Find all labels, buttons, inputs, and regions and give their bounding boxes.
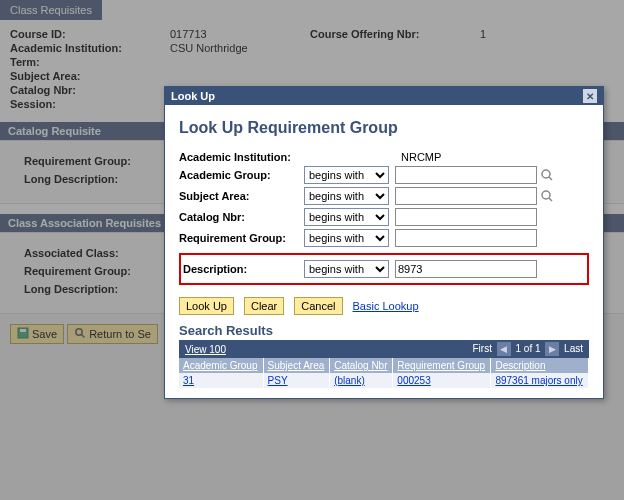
nav-prev-button[interactable]: ◀ [497, 342, 511, 356]
nav-first[interactable]: First [472, 343, 491, 354]
cell-requirement-group[interactable]: 000253 [393, 373, 491, 388]
table-row[interactable]: 31 PSY (blank) 000253 897361 majors only [179, 373, 589, 388]
search-results-heading: Search Results [179, 323, 589, 338]
filter-academic-group-label: Academic Group: [179, 169, 304, 181]
filter-catalog-nbr-operator[interactable]: begins with [304, 208, 389, 226]
cell-catalog-nbr[interactable]: (blank) [330, 373, 393, 388]
filter-academic-institution-value: NRCMP [401, 151, 441, 163]
cell-description[interactable]: 897361 majors only [491, 373, 589, 388]
modal-close-button[interactable]: ✕ [583, 89, 597, 103]
lookup-modal: Look Up ✕ Look Up Requirement Group Acad… [164, 86, 604, 399]
modal-title: Look Up [171, 90, 215, 102]
svg-point-6 [542, 191, 550, 199]
clear-button[interactable]: Clear [244, 297, 284, 315]
filter-academic-group-input[interactable] [395, 166, 537, 184]
col-description[interactable]: Description [491, 358, 589, 373]
filter-subject-area-label: Subject Area: [179, 190, 304, 202]
svg-line-7 [549, 198, 552, 201]
svg-line-5 [549, 177, 552, 180]
basic-lookup-link[interactable]: Basic Lookup [353, 300, 419, 312]
cell-academic-group[interactable]: 31 [179, 373, 263, 388]
cell-subject-area[interactable]: PSY [263, 373, 330, 388]
col-requirement-group[interactable]: Requirement Group [393, 358, 491, 373]
nav-position: 1 of 1 [516, 343, 541, 354]
chevron-right-icon: ▶ [549, 344, 556, 354]
filter-catalog-nbr-input[interactable] [395, 208, 537, 226]
filter-description-label: Description: [183, 263, 304, 275]
cancel-button[interactable]: Cancel [294, 297, 342, 315]
filter-academic-group-operator[interactable]: begins with [304, 166, 389, 184]
nav-last[interactable]: Last [564, 343, 583, 354]
col-subject-area[interactable]: Subject Area [263, 358, 330, 373]
close-icon: ✕ [586, 91, 594, 102]
chevron-left-icon: ◀ [500, 344, 507, 354]
lookup-subject-area-button[interactable] [540, 189, 554, 203]
filter-req-group-label: Requirement Group: [179, 232, 304, 244]
results-table: Academic Group Subject Area Catalog Nbr … [179, 358, 589, 388]
modal-heading: Look Up Requirement Group [179, 119, 589, 137]
view-count-link[interactable]: View 100 [185, 344, 226, 355]
filter-subject-area-operator[interactable]: begins with [304, 187, 389, 205]
lookup-academic-group-button[interactable] [540, 168, 554, 182]
filter-req-group-input[interactable] [395, 229, 537, 247]
col-academic-group[interactable]: Academic Group [179, 358, 263, 373]
nav-next-button[interactable]: ▶ [545, 342, 559, 356]
lookup-button[interactable]: Look Up [179, 297, 234, 315]
results-nav-bar: View 100 First ◀ 1 of 1 ▶ Last [179, 340, 589, 358]
filter-subject-area-input[interactable] [395, 187, 537, 205]
filter-catalog-nbr-label: Catalog Nbr: [179, 211, 304, 223]
filter-req-group-operator[interactable]: begins with [304, 229, 389, 247]
filter-description-operator[interactable]: begins with [304, 260, 389, 278]
svg-point-4 [542, 170, 550, 178]
col-catalog-nbr[interactable]: Catalog Nbr [330, 358, 393, 373]
filter-academic-institution-label: Academic Institution: [179, 151, 304, 163]
filter-description-input[interactable] [395, 260, 537, 278]
